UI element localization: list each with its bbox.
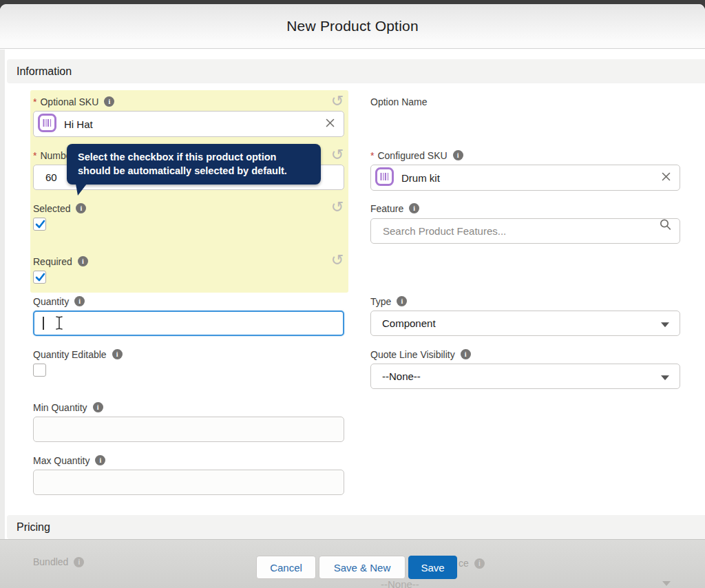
ibeam-cursor-icon: [54, 315, 64, 333]
new-product-option-modal: New Product Option Information * Optiona…: [0, 4, 705, 588]
type-label: Type i: [370, 295, 407, 307]
modal-left-gutter: [0, 50, 5, 588]
section-pricing-label: Pricing: [17, 521, 50, 534]
section-information-label: Information: [17, 65, 72, 78]
option-name-label: Option Name: [370, 96, 427, 107]
text-caret: [43, 317, 44, 330]
undo-icon[interactable]: ↺: [330, 148, 345, 163]
max-quantity-label: Max Quantity i: [33, 454, 105, 466]
quantity-label: Quantity i: [33, 295, 85, 307]
screen: New Product Option Information * Optiona…: [0, 0, 705, 588]
undo-icon[interactable]: ↺: [330, 253, 345, 269]
configured-sku-value: Drum kit: [401, 172, 680, 184]
footer-dim-overlay: Bundled i ce i --None-- Cancel Save & Ne…: [0, 539, 705, 588]
selected-tooltip: Select the checkbox if this product opti…: [67, 144, 321, 185]
partial-none-value-dimmed: --None--: [381, 578, 419, 588]
quantity-editable-checkbox[interactable]: [33, 364, 46, 377]
info-icon[interactable]: i: [76, 203, 86, 213]
type-select[interactable]: Component: [370, 311, 680, 336]
partial-label-dimmed: ce i: [459, 558, 485, 569]
product-icon: [38, 114, 56, 134]
quote-line-visibility-value: --None--: [382, 370, 421, 382]
min-quantity-input[interactable]: [33, 417, 344, 442]
optional-sku-value: Hi Hat: [64, 118, 344, 130]
info-icon: i: [474, 558, 485, 569]
info-icon[interactable]: i: [453, 150, 463, 160]
required-marker: *: [370, 150, 374, 161]
min-quantity-label: Min Quantity i: [33, 401, 103, 413]
save-and-new-button[interactable]: Save & New: [319, 556, 406, 579]
configured-sku-label: * Configured SKU i: [370, 149, 463, 161]
required-marker: *: [33, 96, 36, 107]
info-icon[interactable]: i: [461, 349, 471, 359]
section-pricing[interactable]: Pricing: [7, 515, 705, 539]
dropdown-arrow-icon-dimmed: [662, 581, 671, 586]
feature-search-input[interactable]: [370, 218, 680, 244]
dropdown-arrow-icon: [661, 322, 669, 327]
info-icon[interactable]: i: [104, 96, 114, 107]
undo-icon[interactable]: ↺: [330, 94, 345, 109]
info-icon[interactable]: i: [112, 349, 123, 359]
type-select-value: Component: [382, 317, 436, 329]
selected-checkbox[interactable]: [33, 218, 46, 231]
required-marker: *: [33, 150, 36, 161]
quote-line-visibility-label: Quote Line Visibility i: [370, 348, 471, 360]
optional-sku-label: * Optional SKU i: [33, 96, 114, 107]
bundled-label-dimmed: Bundled i: [33, 556, 84, 567]
info-icon: i: [74, 557, 84, 567]
feature-label: Feature i: [370, 202, 419, 214]
optional-sku-lookup[interactable]: Hi Hat: [33, 111, 344, 137]
quantity-input[interactable]: [33, 311, 344, 336]
info-icon[interactable]: i: [74, 296, 85, 306]
modal-title: New Product Option: [286, 18, 419, 34]
search-icon[interactable]: [660, 219, 696, 233]
info-icon[interactable]: i: [78, 256, 88, 266]
save-button[interactable]: Save: [408, 556, 457, 579]
max-quantity-input[interactable]: [33, 470, 344, 495]
required-label: Required i: [33, 255, 88, 267]
info-icon[interactable]: i: [93, 402, 103, 412]
modal-header: New Product Option: [0, 4, 705, 49]
cancel-button[interactable]: Cancel: [256, 556, 316, 579]
tooltip-arrow: [76, 184, 87, 196]
configured-sku-lookup[interactable]: Drum kit: [370, 165, 680, 191]
section-information[interactable]: Information: [7, 59, 705, 83]
quantity-editable-label: Quantity Editable i: [33, 348, 123, 360]
selected-label: Selected i: [33, 202, 86, 214]
info-icon[interactable]: i: [397, 296, 407, 306]
info-icon[interactable]: i: [409, 203, 419, 213]
clear-icon[interactable]: [325, 118, 335, 130]
undo-icon[interactable]: ↺: [330, 200, 345, 216]
quote-line-visibility-select[interactable]: --None--: [370, 364, 680, 389]
dropdown-arrow-icon: [661, 375, 669, 380]
product-icon: [375, 167, 394, 188]
clear-icon[interactable]: [661, 171, 671, 184]
required-checkbox[interactable]: [33, 271, 46, 284]
info-icon[interactable]: i: [95, 455, 105, 465]
